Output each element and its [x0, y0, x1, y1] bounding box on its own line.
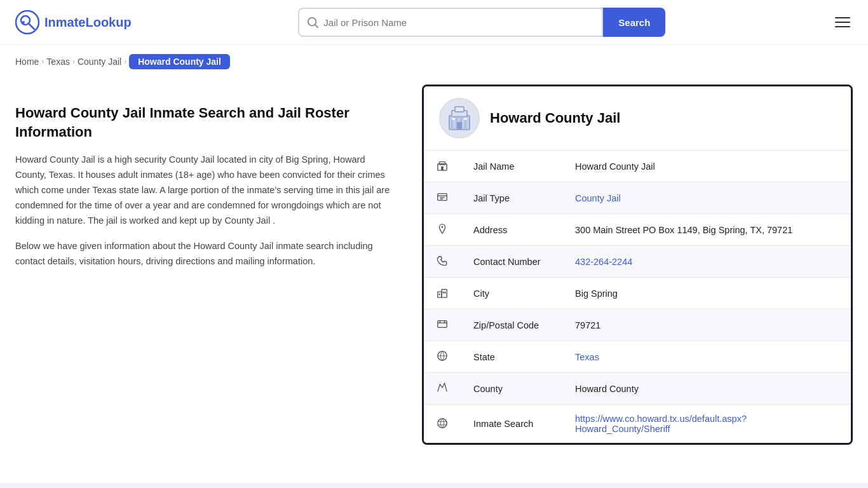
logo-icon	[15, 10, 39, 34]
zip-icon	[437, 318, 448, 330]
jail-name-value: Howard County Jail	[562, 151, 851, 182]
hamburger-line-2	[835, 22, 850, 23]
svg-rect-14	[452, 118, 455, 120]
jail-type-value[interactable]: County Jail	[562, 182, 851, 214]
svg-rect-29	[439, 294, 440, 295]
chevron-icon-1: ›	[41, 57, 44, 66]
header: InmateLookup Search	[0, 0, 868, 45]
table-row: Address 300 Main Street PO Box 1149, Big…	[424, 214, 851, 246]
right-column: Howard County Jail	[422, 78, 853, 445]
phone-label: Contact Number	[461, 246, 562, 278]
description-paragraph-2: Below we have given information about th…	[15, 239, 397, 269]
building-icon	[445, 104, 473, 132]
inmate-search-link[interactable]: https://www.co.howard.tx.us/default.aspx…	[575, 414, 747, 434]
jail-card-title: Howard County Jail	[490, 110, 620, 126]
search-wrapper	[298, 8, 603, 37]
hamburger-menu[interactable]	[832, 15, 853, 30]
table-row: City Big Spring	[424, 278, 851, 309]
svg-point-24	[442, 226, 444, 228]
hamburger-line-1	[835, 17, 850, 18]
search-icon	[307, 17, 318, 28]
jail-name-label: Jail Name	[461, 151, 562, 182]
logo-text: InmateLookup	[44, 15, 132, 30]
phone-icon	[437, 255, 448, 266]
page-heading: Howard County Jail Inmate Search and Jai…	[15, 104, 397, 141]
svg-rect-13	[457, 122, 462, 130]
state-icon	[437, 350, 448, 362]
state-link[interactable]: Texas	[575, 352, 599, 362]
svg-rect-15	[464, 118, 467, 120]
jail-type-link[interactable]: County Jail	[575, 193, 621, 203]
svg-point-0	[16, 11, 39, 34]
phone-link[interactable]: 432-264-2244	[575, 257, 632, 267]
zip-label: Zip/Postal Code	[461, 309, 562, 341]
info-card: Howard County Jail	[422, 85, 853, 445]
info-card-header: Howard County Jail	[424, 86, 851, 151]
table-row: Jail Type County Jail	[424, 182, 851, 214]
inmate-search-icon-cell	[424, 405, 461, 444]
svg-rect-27	[443, 292, 444, 294]
city-label: City	[461, 278, 562, 309]
table-row: County Howard County	[424, 373, 851, 405]
search-input[interactable]	[323, 17, 594, 28]
svg-point-3	[22, 21, 25, 24]
zip-icon-cell	[424, 309, 461, 341]
address-icon	[437, 223, 448, 234]
svg-rect-28	[445, 292, 446, 294]
left-column: Howard County Jail Inmate Search and Jai…	[15, 78, 422, 269]
county-value: Howard County	[562, 373, 851, 405]
table-row: Jail Name Howard County Jail	[424, 151, 851, 182]
table-row: Contact Number 432-264-2244	[424, 246, 851, 278]
description-paragraph-1: Howard County Jail is a high security Co…	[15, 152, 397, 229]
phone-value[interactable]: 432-264-2244	[562, 246, 851, 278]
county-icon-cell	[424, 373, 461, 405]
svg-line-5	[315, 25, 318, 28]
search-area: Search	[298, 8, 665, 37]
city-icon-cell	[424, 278, 461, 309]
breadcrumb: Home › Texas › County Jail › Howard Coun…	[0, 45, 868, 78]
jail-name-icon-cell	[424, 151, 461, 182]
zip-value: 79721	[562, 309, 851, 341]
chevron-icon-2: ›	[72, 57, 75, 66]
search-button[interactable]: Search	[603, 8, 665, 37]
breadcrumb-active: Howard County Jail	[129, 54, 230, 69]
address-label: Address	[461, 214, 562, 246]
svg-rect-30	[438, 321, 447, 328]
inmate-search-label: Inmate Search	[461, 405, 562, 444]
info-table: Jail Name Howard County Jail	[424, 151, 851, 443]
svg-rect-18	[441, 166, 444, 170]
jail-icon	[437, 159, 448, 171]
state-icon-cell	[424, 341, 461, 373]
table-row: Inmate Search https://www.co.howard.tx.u…	[424, 405, 851, 444]
inmate-search-icon	[437, 417, 448, 429]
breadcrumb-home[interactable]: Home	[15, 57, 39, 67]
hamburger-line-3	[835, 26, 850, 27]
table-row: State Texas	[424, 341, 851, 373]
footer-bar	[0, 483, 868, 488]
state-value[interactable]: Texas	[562, 341, 851, 373]
chevron-icon-3: ›	[124, 57, 126, 66]
jail-avatar	[439, 98, 480, 139]
main-content: Howard County Jail Inmate Search and Jai…	[0, 78, 868, 470]
city-value: Big Spring	[562, 278, 851, 309]
inmate-search-value[interactable]: https://www.co.howard.tx.us/default.aspx…	[562, 405, 851, 444]
county-label: County	[461, 373, 562, 405]
type-icon	[437, 191, 448, 203]
city-icon	[437, 287, 448, 298]
breadcrumb-county-jail[interactable]: County Jail	[78, 57, 121, 67]
phone-icon-cell	[424, 246, 461, 278]
table-row: Zip/Postal Code 79721	[424, 309, 851, 341]
svg-line-2	[29, 24, 34, 29]
county-icon	[437, 382, 448, 393]
svg-rect-26	[442, 290, 447, 298]
jail-type-icon-cell	[424, 182, 461, 214]
jail-type-label: Jail Type	[461, 182, 562, 214]
address-value: 300 Main Street PO Box 1149, Big Spring,…	[562, 214, 851, 246]
logo[interactable]: InmateLookup	[15, 10, 132, 34]
address-icon-cell	[424, 214, 461, 246]
breadcrumb-texas[interactable]: Texas	[46, 57, 70, 67]
state-label: State	[461, 341, 562, 373]
svg-rect-8	[455, 107, 464, 112]
